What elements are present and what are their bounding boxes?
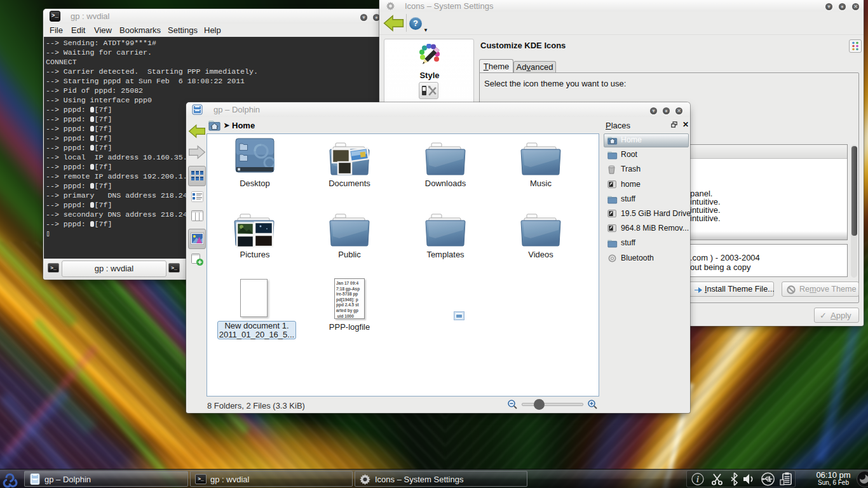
- svg-text:i: i: [696, 475, 699, 484]
